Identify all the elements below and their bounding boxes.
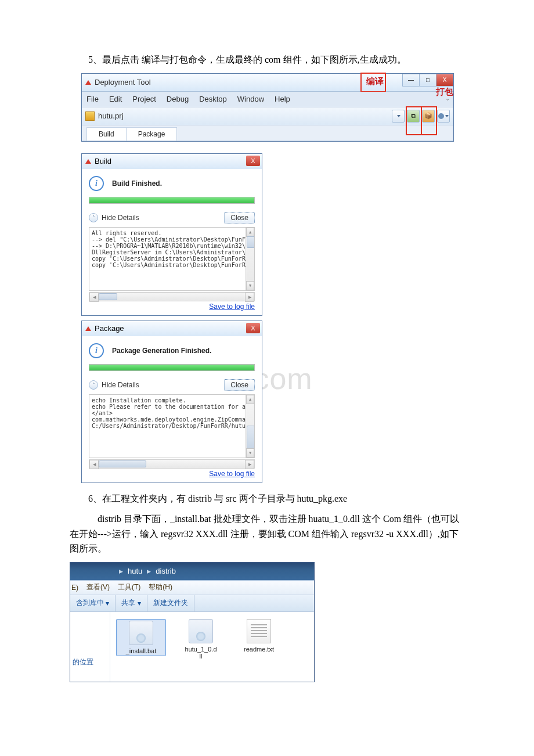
build-toolbar-button[interactable]: ⧉ <box>407 110 420 123</box>
close-button[interactable]: X <box>436 74 453 87</box>
scrollbar-thumb[interactable] <box>247 236 255 248</box>
explorer-sidebar: 的位置 <box>70 612 110 682</box>
chevron-up-icon: ˄ <box>89 213 98 222</box>
vertical-scrollbar[interactable]: ▲ ▼ <box>246 228 254 290</box>
menu-window[interactable]: Window <box>237 95 264 103</box>
close-button[interactable]: Close <box>224 379 255 391</box>
scroll-right-icon[interactable]: ▶ <box>245 293 254 302</box>
hide-details-toggle[interactable]: ˄ Hide Details <box>89 213 139 222</box>
menu-help[interactable]: Help <box>275 95 290 103</box>
scroll-up-icon[interactable]: ▲ <box>246 395 254 404</box>
deployment-tool-window: Deployment Tool — □ X 编译 File Edit Proje… <box>81 73 454 142</box>
scrollbar-thumb[interactable] <box>247 426 255 449</box>
project-icon <box>85 111 95 121</box>
paragraph-step6: 6、在工程文件夹内，有 distrib 与 src 两个子目录与 hutu_pk… <box>70 491 464 506</box>
dropdown-button[interactable] <box>392 110 405 123</box>
menu-help[interactable]: 帮助(H) <box>149 582 172 592</box>
close-icon[interactable]: X <box>246 323 260 333</box>
annotation-compile: 编译 <box>366 76 384 87</box>
package-toolbar-button[interactable]: 📦 <box>422 110 435 123</box>
bat-file-icon <box>129 621 153 645</box>
breadcrumb-distrib[interactable]: distrib <box>153 567 178 575</box>
menu-view[interactable]: 查看(V) <box>86 582 110 592</box>
menu-tool[interactable]: 工具(T) <box>118 582 140 592</box>
package-dialog-title: Package <box>95 324 124 333</box>
app-icon <box>85 159 91 164</box>
scrollbar-thumb[interactable] <box>99 460 146 467</box>
txt-file-icon <box>247 619 271 643</box>
package-progress <box>89 364 255 371</box>
hide-details-toggle[interactable]: ˄ Hide Details <box>89 380 139 390</box>
file-label: _install.bat <box>118 647 164 654</box>
menu-desktop[interactable]: Desktop <box>199 95 227 103</box>
build-log: All rights reserved. --> del "C:\Users\A… <box>89 227 255 291</box>
menu-e[interactable]: E) <box>71 584 78 592</box>
log-line: com.mathworks.mde.deploytool.engine.ZipC… <box>92 416 252 423</box>
paragraph-step6b: distrib 目录下面，_install.bat 批处理文件，双击注册 hua… <box>70 512 464 556</box>
explorer-address-bar[interactable]: ▶ hutu ▶ distrib <box>70 563 314 580</box>
toolbar-new-folder[interactable]: 新建文件夹 <box>147 595 194 611</box>
toolbar-include-library[interactable]: 含到库中 ▾ <box>70 595 116 611</box>
vertical-scrollbar[interactable]: ▲ ▼ <box>246 395 254 458</box>
menu-project[interactable]: Project <box>132 95 156 103</box>
app-icon <box>85 80 91 85</box>
file-install-bat[interactable]: _install.bat <box>116 619 166 656</box>
build-dialog-title: Build <box>95 157 111 165</box>
package-dialog: Package X i Package Generation Finished.… <box>81 321 262 483</box>
minimize-button[interactable]: — <box>402 74 420 87</box>
menu-file[interactable]: File <box>86 95 99 103</box>
scroll-left-icon[interactable]: ◀ <box>89 460 99 469</box>
explorer-files: _install.bat hutu_1_0.d ll readme.txt <box>110 612 314 682</box>
scroll-right-icon[interactable]: ▶ <box>245 460 254 469</box>
file-readme-txt[interactable]: readme.txt <box>236 619 282 653</box>
scrollbar-thumb[interactable] <box>99 293 117 300</box>
scroll-up-icon[interactable]: ▲ <box>246 228 254 237</box>
log-line: echo Installation complete. <box>92 397 252 404</box>
log-line: copy 'C:\Users\Administrator\Desktop\Fun… <box>92 255 252 262</box>
paragraph-step5: 5、最后点击 编译与打包命令，生成最终的 com 组件，如下图所示,生成成功。 <box>70 52 464 67</box>
save-log-link[interactable]: Save to log file <box>209 470 255 478</box>
close-button[interactable]: Close <box>224 212 255 224</box>
annotation-package: 打包 <box>436 87 453 98</box>
log-line: copy 'C:\Users\Administrator\Desktop\Fun… <box>92 262 252 268</box>
dll-file-icon <box>189 619 213 643</box>
scroll-down-icon[interactable]: ▼ <box>246 448 254 458</box>
build-progress <box>89 197 255 204</box>
tab-build[interactable]: Build <box>86 127 127 141</box>
log-line: echo Please refer to the documentation f… <box>92 404 252 410</box>
horizontal-scrollbar[interactable]: ◀ ▶ <box>89 292 255 301</box>
build-dialog-titlebar: Build X <box>82 154 262 169</box>
menu-edit[interactable]: Edit <box>109 95 122 103</box>
explorer-menubar: E) 查看(V) 工具(T) 帮助(H) <box>70 580 314 595</box>
maximize-button[interactable]: □ <box>419 74 436 87</box>
toolbar: hutu.prj ⧉ 📦 打包 <box>82 107 453 125</box>
menu-debug[interactable]: Debug <box>167 95 189 103</box>
build-status: Build Finished. <box>112 179 162 188</box>
breadcrumb-hutu[interactable]: hutu <box>125 567 145 575</box>
scroll-down-icon[interactable]: ▼ <box>246 281 254 290</box>
sidebar-item-location[interactable]: 的位置 <box>73 657 107 667</box>
log-line: C:/Users/Administrator/Desktop/FunForRR/… <box>92 423 252 429</box>
scroll-left-icon[interactable]: ◀ <box>89 293 99 302</box>
save-log-link[interactable]: Save to log file <box>209 303 255 311</box>
toolbar-share[interactable]: 共享 ▾ <box>116 595 147 611</box>
explorer-toolbar: 含到库中 ▾ 共享 ▾ 新建文件夹 <box>70 595 314 612</box>
info-icon: i <box>89 176 104 191</box>
file-hutu-dll[interactable]: hutu_1_0.d ll <box>178 619 224 660</box>
package-log: echo Installation complete. echo Please … <box>89 394 255 458</box>
settings-button[interactable] <box>437 110 450 123</box>
file-label: readme.txt <box>236 646 282 653</box>
file-label: hutu_1_0.d ll <box>178 646 224 660</box>
horizontal-scrollbar[interactable]: ◀ ▶ <box>89 459 255 469</box>
tab-package[interactable]: Package <box>126 127 178 141</box>
gear-icon <box>438 113 444 119</box>
breadcrumb-separator-icon: ▶ <box>145 568 153 574</box>
app-icon <box>85 326 91 331</box>
log-line: --> del "C:\Users\Administrator\Desktop\… <box>92 236 252 243</box>
log-line: </ant> <box>92 410 252 416</box>
chevron-down-icon <box>397 115 400 117</box>
menubar: File Edit Project Debug Desktop Window H… <box>82 92 453 107</box>
close-icon[interactable]: X <box>246 156 260 166</box>
log-line: DllRegisterServer in C:\Users\Administra… <box>92 249 252 255</box>
build-dialog: Build X i Build Finished. ˄ Hide Details… <box>81 153 262 316</box>
